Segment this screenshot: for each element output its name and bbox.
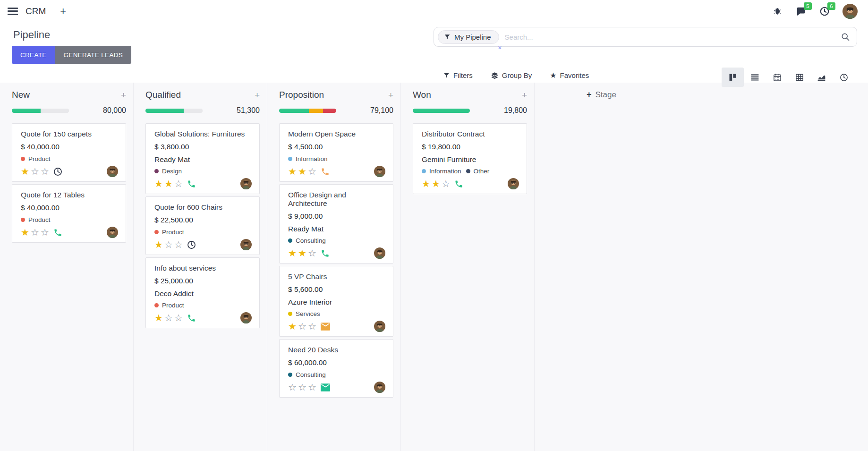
star-empty-icon[interactable]: ☆ <box>442 179 450 188</box>
progress-segment[interactable] <box>279 109 309 113</box>
star-filled-icon[interactable]: ★ <box>298 167 306 176</box>
star-empty-icon[interactable]: ☆ <box>298 322 306 331</box>
kanban-card[interactable]: Quote for 150 carpets $ 40,000.00 Produc… <box>12 123 126 182</box>
envelope-icon[interactable] <box>321 323 330 331</box>
view-calendar-button[interactable] <box>766 68 788 87</box>
column-add-icon[interactable]: + <box>388 91 393 100</box>
star-empty-icon[interactable]: ☆ <box>308 383 316 392</box>
star-empty-icon[interactable]: ☆ <box>31 228 39 237</box>
search-facet-my-pipeline[interactable]: My Pipeline <box>438 30 499 44</box>
debug-bug-icon[interactable] <box>772 6 783 17</box>
favorites-menu[interactable]: ★ Favorites <box>550 71 589 80</box>
star-filled-icon[interactable]: ★ <box>21 167 29 176</box>
kanban-card[interactable]: Office Design and Architecture $ 9,000.0… <box>279 184 393 264</box>
star-empty-icon[interactable]: ☆ <box>174 313 183 323</box>
star-empty-icon[interactable]: ☆ <box>308 248 316 258</box>
column-progressbar[interactable] <box>413 109 470 113</box>
activity-clock-icon[interactable] <box>187 240 196 249</box>
phone-icon[interactable] <box>454 179 463 188</box>
progress-segment[interactable] <box>323 109 336 113</box>
phone-icon[interactable] <box>187 179 196 188</box>
star-filled-icon[interactable]: ★ <box>432 179 440 188</box>
star-filled-icon[interactable]: ★ <box>154 179 163 188</box>
progress-segment[interactable] <box>41 109 69 113</box>
user-avatar[interactable] <box>842 4 858 19</box>
star-filled-icon[interactable]: ★ <box>288 322 297 331</box>
star-filled-icon[interactable]: ★ <box>422 179 430 188</box>
view-kanban-button[interactable] <box>722 68 744 87</box>
envelope-icon[interactable] <box>321 383 330 391</box>
progress-segment[interactable] <box>145 109 184 113</box>
facet-remove-icon[interactable]: × <box>498 44 502 51</box>
kanban-card[interactable]: Modern Open Space $ 4,500.00 Information… <box>279 123 393 182</box>
progress-segment[interactable] <box>309 109 323 113</box>
create-button[interactable]: CREATE <box>12 46 55 64</box>
search-input[interactable] <box>505 33 841 41</box>
star-filled-icon[interactable]: ★ <box>21 228 29 237</box>
star-empty-icon[interactable]: ☆ <box>288 383 297 392</box>
card-priority-stars[interactable]: ★★☆ <box>422 179 450 188</box>
kanban-card[interactable]: Info about services $ 25,000.00 Deco Add… <box>145 257 260 328</box>
kanban-card[interactable]: Need 20 Desks $ 60,000.00 Consulting ☆☆☆ <box>279 339 393 398</box>
star-filled-icon[interactable]: ★ <box>288 248 297 258</box>
card-priority-stars[interactable]: ★☆☆ <box>288 322 316 331</box>
column-progressbar[interactable] <box>145 109 203 113</box>
apps-menu-icon[interactable] <box>8 8 18 15</box>
card-priority-stars[interactable]: ★★☆ <box>288 248 316 258</box>
column-add-icon[interactable]: + <box>522 91 527 100</box>
progress-segment[interactable] <box>12 109 41 113</box>
filters-menu[interactable]: Filters <box>443 71 473 79</box>
activity-clock-icon[interactable] <box>53 167 62 176</box>
view-list-button[interactable] <box>744 68 766 87</box>
kanban-card[interactable]: Global Solutions: Furnitures $ 3,800.00 … <box>145 123 260 194</box>
add-stage-button[interactable]: +Stage <box>587 90 616 100</box>
star-filled-icon[interactable]: ★ <box>298 248 306 258</box>
activities-clock-icon[interactable]: 6 <box>819 6 830 17</box>
card-priority-stars[interactable]: ☆☆☆ <box>288 383 316 392</box>
star-empty-icon[interactable]: ☆ <box>164 313 173 323</box>
app-name[interactable]: CRM <box>26 6 46 17</box>
phone-icon[interactable] <box>321 249 330 258</box>
kanban-card[interactable]: Distributor Contract $ 19,800.00 Gemini … <box>413 123 527 194</box>
search-bar[interactable]: My Pipeline × <box>434 27 857 47</box>
star-empty-icon[interactable]: ☆ <box>298 383 306 392</box>
progress-segment[interactable] <box>413 109 470 113</box>
card-priority-stars[interactable]: ★★☆ <box>288 167 316 176</box>
kanban-card[interactable]: 5 VP Chairs $ 5,600.00 Azure Interior Se… <box>279 266 393 337</box>
phone-icon[interactable] <box>321 167 330 176</box>
generate-leads-button[interactable]: GENERATE LEADS <box>55 46 131 64</box>
star-empty-icon[interactable]: ☆ <box>174 179 183 188</box>
card-priority-stars[interactable]: ★☆☆ <box>154 313 183 323</box>
column-progressbar[interactable] <box>279 109 336 113</box>
column-progressbar[interactable] <box>12 109 69 113</box>
card-priority-stars[interactable]: ★★☆ <box>154 179 183 188</box>
star-filled-icon[interactable]: ★ <box>154 240 163 249</box>
card-priority-stars[interactable]: ★☆☆ <box>21 167 49 176</box>
star-empty-icon[interactable]: ☆ <box>308 322 316 331</box>
star-empty-icon[interactable]: ☆ <box>41 228 49 237</box>
kanban-card[interactable]: Quote for 12 Tables $ 40,000.00 Product … <box>12 184 126 243</box>
star-empty-icon[interactable]: ☆ <box>41 167 49 176</box>
phone-icon[interactable] <box>187 314 196 323</box>
star-filled-icon[interactable]: ★ <box>288 167 297 176</box>
star-empty-icon[interactable]: ☆ <box>164 240 173 249</box>
column-add-icon[interactable]: + <box>255 91 260 100</box>
messages-icon[interactable]: 5 <box>795 6 807 17</box>
phone-icon[interactable] <box>53 228 62 237</box>
card-priority-stars[interactable]: ★☆☆ <box>154 240 183 249</box>
group-by-menu[interactable]: Group By <box>491 71 532 79</box>
add-icon[interactable]: + <box>60 6 66 17</box>
star-empty-icon[interactable]: ☆ <box>308 167 316 176</box>
view-activity-button[interactable] <box>833 68 855 87</box>
star-filled-icon[interactable]: ★ <box>154 313 163 323</box>
search-icon[interactable] <box>841 32 850 42</box>
view-pivot-button[interactable] <box>788 68 810 87</box>
card-priority-stars[interactable]: ★☆☆ <box>21 228 49 237</box>
star-empty-icon[interactable]: ☆ <box>174 240 183 249</box>
star-filled-icon[interactable]: ★ <box>164 179 173 188</box>
kanban-card[interactable]: Quote for 600 Chairs $ 22,500.00 Product… <box>145 196 260 255</box>
view-graph-button[interactable] <box>810 68 833 87</box>
column-add-icon[interactable]: + <box>121 91 126 100</box>
progress-segment[interactable] <box>184 109 203 113</box>
star-empty-icon[interactable]: ☆ <box>31 167 39 176</box>
